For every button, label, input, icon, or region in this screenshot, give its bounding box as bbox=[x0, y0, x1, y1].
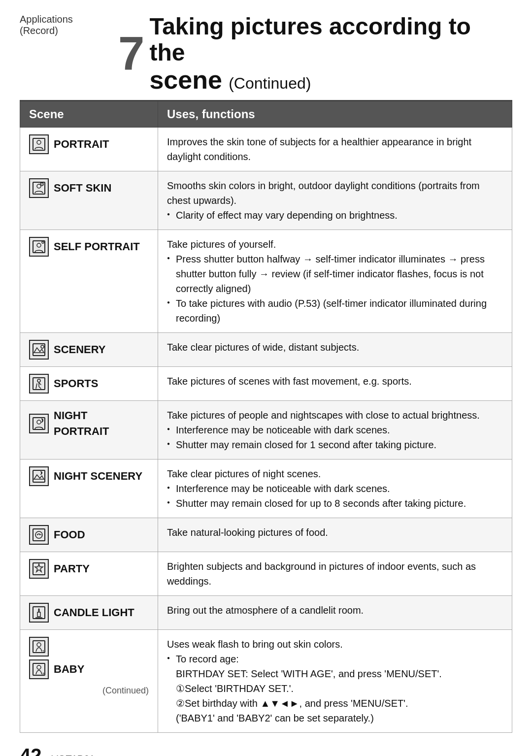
svg-point-13 bbox=[37, 420, 41, 424]
svg-rect-19 bbox=[37, 612, 40, 617]
portrait-label: PORTRAIT bbox=[54, 136, 109, 152]
uses-cell-baby: Uses weak flash to bring out skin colors… bbox=[158, 629, 512, 732]
baby1-icon: 1 bbox=[29, 637, 49, 657]
scene-name-candle-light: CANDLE LIGHT bbox=[29, 603, 149, 623]
uses-cell-scenery: Take clear pictures of wide, distant sub… bbox=[158, 332, 512, 366]
model-number: VQT1B61 bbox=[52, 754, 95, 756]
food-label: FOOD bbox=[54, 527, 85, 543]
baby2-icon: 2 bbox=[29, 659, 49, 679]
svg-point-11 bbox=[37, 379, 40, 382]
night-portrait-text: NIGHT PORTRAIT bbox=[54, 408, 109, 439]
scenery-label: SCENERY bbox=[54, 342, 106, 358]
self-portrait-icon bbox=[29, 237, 49, 257]
night-scenery-icon bbox=[29, 466, 49, 486]
scene-cell-food: FOOD bbox=[20, 518, 158, 552]
uses-night-portrait: Take pictures of people and nightscapes … bbox=[167, 408, 503, 452]
uses-soft-skin: Smooths skin colors in bright, outdoor d… bbox=[167, 178, 503, 223]
uses-sports: Take pictures of scenes with fast moveme… bbox=[167, 374, 503, 389]
title-continued: (Continued) bbox=[229, 74, 311, 92]
scene-cell-candle-light: CANDLE LIGHT bbox=[20, 595, 158, 629]
uses-cell-night-portrait: Take pictures of people and nightscapes … bbox=[158, 400, 512, 459]
page-number: 42 bbox=[20, 745, 42, 756]
scene-name-night-portrait: NIGHT PORTRAIT bbox=[29, 408, 149, 439]
table-row: NIGHT PORTRAIT Take pictures of people a… bbox=[20, 400, 512, 459]
scene-name-scenery: SCENERY bbox=[29, 340, 149, 360]
chapter-number: 7 bbox=[118, 30, 144, 77]
uses-candle-light: Bring out the atmosphere of a candlelit … bbox=[167, 603, 503, 618]
scene-cell-self-portrait: SELF PORTRAIT bbox=[20, 230, 158, 332]
svg-point-1 bbox=[37, 140, 41, 144]
col-uses-header: Uses, functions bbox=[158, 101, 512, 127]
table-row: PARTY Brighten subjects and background i… bbox=[20, 552, 512, 595]
page-footer: 42 VQT1B61 bbox=[20, 745, 512, 756]
candle-light-label: CANDLE LIGHT bbox=[54, 605, 134, 621]
title-line1: Taking pictures according to the bbox=[149, 14, 512, 66]
table-row: PORTRAIT Improves the skin tone of subje… bbox=[20, 127, 512, 171]
uses-cell-self-portrait: Take pictures of yourself. Press shutter… bbox=[158, 230, 512, 332]
svg-rect-14 bbox=[33, 470, 45, 482]
col-scene-header: Scene bbox=[20, 101, 158, 127]
svg-point-6 bbox=[37, 243, 41, 247]
night-scenery-label: NIGHT SCENERY bbox=[54, 468, 142, 484]
table-row: 1 2 bbox=[20, 629, 512, 732]
soft-skin-label: SOFT SKIN bbox=[54, 180, 111, 196]
uses-cell-party: Brighten subjects and background in pict… bbox=[158, 552, 512, 595]
table-row: CANDLE LIGHT Bring out the atmosphere of… bbox=[20, 595, 512, 629]
scene-cell-night-portrait: NIGHT PORTRAIT bbox=[20, 400, 158, 459]
baby-label: BABY bbox=[54, 661, 84, 677]
uses-cell-sports: Take pictures of scenes with fast moveme… bbox=[158, 366, 512, 400]
sports-icon bbox=[29, 374, 49, 394]
header-left: Applications (Record) bbox=[20, 14, 108, 36]
title-scene: scene bbox=[149, 66, 222, 94]
header-title: Taking pictures according to the scene (… bbox=[149, 14, 512, 94]
uses-cell-portrait: Improves the skin tone of subjects for a… bbox=[158, 127, 512, 171]
sports-label: SPORTS bbox=[54, 376, 98, 392]
scene-cell-portrait: PORTRAIT bbox=[20, 127, 158, 171]
portrait-icon bbox=[29, 134, 49, 154]
page-wrapper: Applications (Record) 7 Taking pictures … bbox=[0, 0, 532, 756]
scene-name-party: PARTY bbox=[29, 559, 149, 579]
baby-continued: (Continued) bbox=[29, 682, 149, 697]
table-row: NIGHT SCENERY Take clear pictures of nig… bbox=[20, 459, 512, 518]
svg-point-24 bbox=[37, 665, 41, 669]
svg-point-9 bbox=[41, 345, 44, 348]
table-row: SELF PORTRAIT Take pictures of yourself.… bbox=[20, 230, 512, 332]
scene-cell-soft-skin: SOFT SKIN bbox=[20, 171, 158, 230]
scene-cell-party: PARTY bbox=[20, 552, 158, 595]
party-label: PARTY bbox=[54, 561, 90, 577]
food-icon bbox=[29, 525, 49, 545]
table-row: SOFT SKIN Smooths skin colors in bright,… bbox=[20, 171, 512, 230]
self-portrait-label: SELF PORTRAIT bbox=[54, 239, 140, 255]
scene-name-portrait: PORTRAIT bbox=[29, 134, 149, 154]
applications-label: Applications bbox=[20, 14, 108, 25]
table-header-row: Scene Uses, functions bbox=[20, 101, 512, 127]
scene-name-baby2: 2 BABY bbox=[29, 659, 149, 679]
svg-point-7 bbox=[42, 241, 44, 243]
scene-name-soft-skin: SOFT SKIN bbox=[29, 178, 149, 198]
uses-scenery: Take clear pictures of wide, distant sub… bbox=[167, 340, 503, 355]
scene-name-food: FOOD bbox=[29, 525, 149, 545]
uses-party: Brighten subjects and background in pict… bbox=[167, 559, 503, 589]
scene-cell-sports: SPORTS bbox=[20, 366, 158, 400]
night-portrait-icon bbox=[29, 414, 49, 433]
svg-text:2: 2 bbox=[42, 672, 44, 676]
svg-point-21 bbox=[37, 643, 41, 647]
uses-food: Take natural-looking pictures of food. bbox=[167, 525, 503, 540]
scene-name-self-portrait: SELF PORTRAIT bbox=[29, 237, 149, 257]
scene-name-baby1: 1 bbox=[29, 637, 149, 657]
soft-skin-icon bbox=[29, 178, 49, 198]
uses-cell-candle-light: Bring out the atmosphere of a candlelit … bbox=[158, 595, 512, 629]
uses-self-portrait: Take pictures of yourself. Press shutter… bbox=[167, 237, 503, 326]
scene-cell-scenery: SCENERY bbox=[20, 332, 158, 366]
scenery-icon bbox=[29, 340, 49, 360]
svg-text:1: 1 bbox=[42, 650, 44, 653]
uses-cell-soft-skin: Smooths skin colors in bright, outdoor d… bbox=[158, 171, 512, 230]
baby-scene-double: 1 2 bbox=[29, 637, 149, 697]
scene-cell-baby: 1 2 bbox=[20, 629, 158, 732]
uses-baby: Uses weak flash to bring out skin colors… bbox=[167, 637, 503, 725]
table-row: SCENERY Take clear pictures of wide, dis… bbox=[20, 332, 512, 366]
uses-portrait: Improves the skin tone of subjects for a… bbox=[167, 134, 503, 164]
party-icon bbox=[29, 559, 49, 579]
scene-table: Scene Uses, functions bbox=[20, 101, 512, 733]
table-row: SPORTS Take pictures of scenes with fast… bbox=[20, 366, 512, 400]
